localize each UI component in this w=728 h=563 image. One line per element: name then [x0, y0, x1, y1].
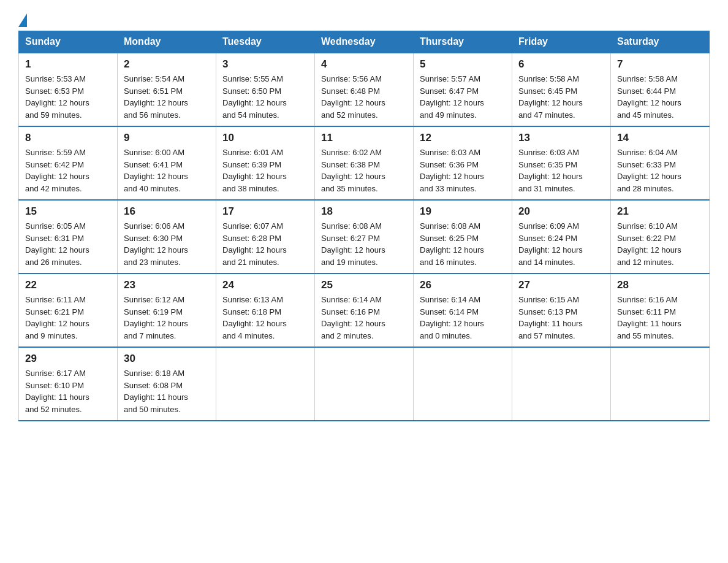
day-info: Sunrise: 6:03 AMSunset: 6:35 PMDaylight:…	[518, 147, 604, 194]
calendar-cell: 16Sunrise: 6:06 AMSunset: 6:30 PMDayligh…	[118, 200, 216, 274]
calendar-cell	[315, 347, 414, 421]
calendar-week-row: 29Sunrise: 6:17 AMSunset: 6:10 PMDayligh…	[19, 347, 710, 421]
calendar-cell: 14Sunrise: 6:04 AMSunset: 6:33 PMDayligh…	[611, 126, 710, 200]
calendar-cell: 22Sunrise: 6:11 AMSunset: 6:21 PMDayligh…	[19, 274, 118, 347]
calendar-cell: 28Sunrise: 6:16 AMSunset: 6:11 PMDayligh…	[611, 274, 710, 347]
calendar-cell	[414, 347, 512, 421]
calendar-table: SundayMondayTuesdayWednesdayThursdayFrid…	[18, 31, 710, 421]
day-number: 3	[222, 58, 308, 71]
day-number: 13	[518, 132, 604, 144]
day-info: Sunrise: 6:11 AMSunset: 6:21 PMDaylight:…	[25, 294, 111, 342]
calendar-cell: 8Sunrise: 5:59 AMSunset: 6:42 PMDaylight…	[19, 126, 118, 200]
column-header-saturday: Saturday	[611, 31, 710, 53]
calendar-cell	[216, 347, 315, 421]
calendar-cell: 1Sunrise: 5:53 AMSunset: 6:53 PMDaylight…	[19, 53, 118, 126]
day-info: Sunrise: 6:00 AMSunset: 6:41 PMDaylight:…	[124, 147, 210, 194]
day-info: Sunrise: 5:58 AMSunset: 6:45 PMDaylight:…	[518, 73, 604, 121]
calendar-cell: 17Sunrise: 6:07 AMSunset: 6:28 PMDayligh…	[216, 200, 315, 274]
calendar-cell: 21Sunrise: 6:10 AMSunset: 6:22 PMDayligh…	[611, 200, 710, 274]
calendar-cell: 11Sunrise: 6:02 AMSunset: 6:38 PMDayligh…	[315, 126, 414, 200]
day-number: 28	[617, 279, 703, 291]
day-number: 21	[617, 205, 703, 218]
calendar-cell: 6Sunrise: 5:58 AMSunset: 6:45 PMDaylight…	[512, 53, 611, 126]
calendar-cell: 19Sunrise: 6:08 AMSunset: 6:25 PMDayligh…	[414, 200, 512, 274]
column-header-tuesday: Tuesday	[216, 31, 315, 53]
column-header-sunday: Sunday	[19, 31, 118, 53]
calendar-cell: 26Sunrise: 6:14 AMSunset: 6:14 PMDayligh…	[414, 274, 512, 347]
day-number: 9	[124, 132, 210, 144]
day-number: 23	[124, 279, 210, 291]
calendar-cell: 30Sunrise: 6:18 AMSunset: 6:08 PMDayligh…	[118, 347, 216, 421]
day-info: Sunrise: 6:02 AMSunset: 6:38 PMDaylight:…	[321, 147, 407, 194]
day-number: 4	[321, 58, 407, 71]
day-info: Sunrise: 6:14 AMSunset: 6:14 PMDaylight:…	[420, 294, 506, 342]
day-number: 6	[518, 58, 604, 71]
calendar-cell: 24Sunrise: 6:13 AMSunset: 6:18 PMDayligh…	[216, 274, 315, 347]
day-info: Sunrise: 6:10 AMSunset: 6:22 PMDaylight:…	[617, 220, 703, 268]
calendar-cell: 7Sunrise: 5:58 AMSunset: 6:44 PMDaylight…	[611, 53, 710, 126]
calendar-cell: 3Sunrise: 5:55 AMSunset: 6:50 PMDaylight…	[216, 53, 315, 126]
day-info: Sunrise: 6:03 AMSunset: 6:36 PMDaylight:…	[420, 147, 506, 194]
day-info: Sunrise: 5:55 AMSunset: 6:50 PMDaylight:…	[222, 73, 308, 121]
day-info: Sunrise: 6:07 AMSunset: 6:28 PMDaylight:…	[222, 220, 308, 268]
calendar-week-row: 15Sunrise: 6:05 AMSunset: 6:31 PMDayligh…	[19, 200, 710, 274]
calendar-cell: 18Sunrise: 6:08 AMSunset: 6:27 PMDayligh…	[315, 200, 414, 274]
day-info: Sunrise: 6:14 AMSunset: 6:16 PMDaylight:…	[321, 294, 407, 342]
day-number: 22	[25, 279, 111, 291]
day-info: Sunrise: 5:54 AMSunset: 6:51 PMDaylight:…	[124, 73, 210, 121]
calendar-cell: 15Sunrise: 6:05 AMSunset: 6:31 PMDayligh…	[19, 200, 118, 274]
day-info: Sunrise: 5:59 AMSunset: 6:42 PMDaylight:…	[25, 147, 111, 194]
calendar-cell: 13Sunrise: 6:03 AMSunset: 6:35 PMDayligh…	[512, 126, 611, 200]
calendar-cell: 29Sunrise: 6:17 AMSunset: 6:10 PMDayligh…	[19, 347, 118, 421]
calendar-cell: 20Sunrise: 6:09 AMSunset: 6:24 PMDayligh…	[512, 200, 611, 274]
day-number: 24	[222, 279, 308, 291]
day-number: 1	[25, 58, 111, 71]
calendar-header-row: SundayMondayTuesdayWednesdayThursdayFrid…	[19, 31, 710, 53]
day-info: Sunrise: 5:53 AMSunset: 6:53 PMDaylight:…	[25, 73, 111, 121]
day-info: Sunrise: 6:09 AMSunset: 6:24 PMDaylight:…	[518, 220, 604, 268]
calendar-cell: 12Sunrise: 6:03 AMSunset: 6:36 PMDayligh…	[414, 126, 512, 200]
calendar-week-row: 1Sunrise: 5:53 AMSunset: 6:53 PMDaylight…	[19, 53, 710, 126]
day-info: Sunrise: 6:05 AMSunset: 6:31 PMDaylight:…	[25, 220, 111, 268]
day-info: Sunrise: 6:16 AMSunset: 6:11 PMDaylight:…	[617, 294, 703, 342]
day-info: Sunrise: 6:12 AMSunset: 6:19 PMDaylight:…	[124, 294, 210, 342]
day-info: Sunrise: 5:56 AMSunset: 6:48 PMDaylight:…	[321, 73, 407, 121]
day-info: Sunrise: 5:57 AMSunset: 6:47 PMDaylight:…	[420, 73, 506, 121]
day-number: 27	[518, 279, 604, 291]
column-header-thursday: Thursday	[414, 31, 512, 53]
day-number: 26	[420, 279, 506, 291]
day-number: 29	[25, 353, 111, 365]
calendar-cell: 23Sunrise: 6:12 AMSunset: 6:19 PMDayligh…	[118, 274, 216, 347]
day-number: 2	[124, 58, 210, 71]
calendar-week-row: 8Sunrise: 5:59 AMSunset: 6:42 PMDaylight…	[19, 126, 710, 200]
day-number: 30	[124, 353, 210, 365]
day-number: 20	[518, 205, 604, 218]
day-number: 19	[420, 205, 506, 218]
page-header	[18, 12, 710, 25]
calendar-cell: 10Sunrise: 6:01 AMSunset: 6:39 PMDayligh…	[216, 126, 315, 200]
column-header-monday: Monday	[118, 31, 216, 53]
day-info: Sunrise: 6:13 AMSunset: 6:18 PMDaylight:…	[222, 294, 308, 342]
day-info: Sunrise: 6:08 AMSunset: 6:25 PMDaylight:…	[420, 220, 506, 268]
day-info: Sunrise: 6:15 AMSunset: 6:13 PMDaylight:…	[518, 294, 604, 342]
day-info: Sunrise: 6:04 AMSunset: 6:33 PMDaylight:…	[617, 147, 703, 194]
calendar-cell: 2Sunrise: 5:54 AMSunset: 6:51 PMDaylight…	[118, 53, 216, 126]
day-number: 18	[321, 205, 407, 218]
column-header-friday: Friday	[512, 31, 611, 53]
calendar-cell: 9Sunrise: 6:00 AMSunset: 6:41 PMDaylight…	[118, 126, 216, 200]
logo	[18, 12, 27, 25]
day-info: Sunrise: 6:06 AMSunset: 6:30 PMDaylight:…	[124, 220, 210, 268]
day-number: 15	[25, 205, 111, 218]
day-info: Sunrise: 6:01 AMSunset: 6:39 PMDaylight:…	[222, 147, 308, 194]
day-number: 17	[222, 205, 308, 218]
day-info: Sunrise: 6:17 AMSunset: 6:10 PMDaylight:…	[25, 367, 111, 415]
day-info: Sunrise: 6:08 AMSunset: 6:27 PMDaylight:…	[321, 220, 407, 268]
day-info: Sunrise: 5:58 AMSunset: 6:44 PMDaylight:…	[617, 73, 703, 121]
day-number: 11	[321, 132, 407, 144]
logo-triangle-icon	[18, 13, 27, 27]
day-number: 10	[222, 132, 308, 144]
calendar-cell	[611, 347, 710, 421]
day-number: 12	[420, 132, 506, 144]
day-number: 8	[25, 132, 111, 144]
column-header-wednesday: Wednesday	[315, 31, 414, 53]
